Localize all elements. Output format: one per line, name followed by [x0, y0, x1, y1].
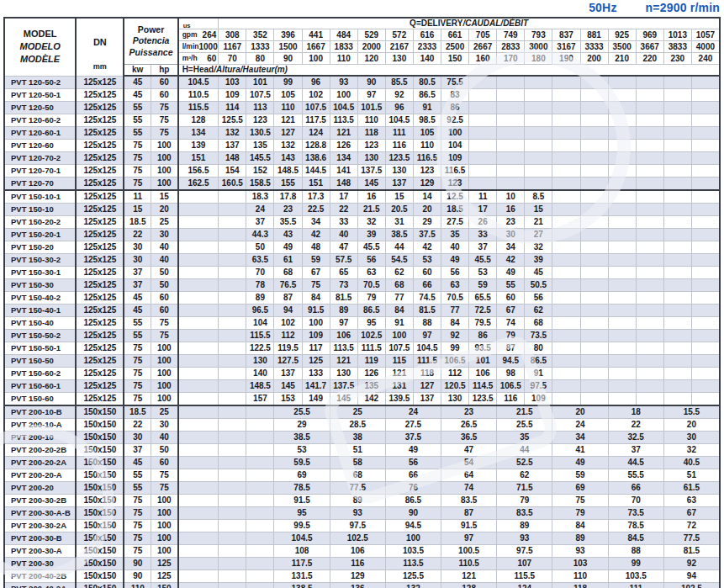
head-cell: 77	[385, 292, 413, 305]
head-cell: 24	[246, 204, 274, 216]
flow-value-header: 572	[385, 29, 413, 41]
dn-cell: 125x125	[76, 140, 124, 152]
head-title: H=Head/Altura/Hauteur(m)	[178, 65, 720, 77]
head-cell: 84	[385, 305, 413, 317]
head-cell-empty	[608, 177, 636, 191]
kw-cell: 90	[124, 558, 151, 570]
head-cell-empty	[246, 558, 274, 570]
table-row: PVT 200-20-2B150x15037505351494744413732	[4, 444, 720, 457]
table-row: PVT 200-30-2A150x1507510099.597.594.591.…	[4, 520, 720, 532]
head-cell-empty	[636, 190, 663, 204]
dn-cell: 125x125	[76, 292, 124, 305]
table-row: PVT 150-10125x1251520242322.52221.520.52…	[4, 204, 720, 216]
kw-cell: 30	[124, 241, 151, 254]
flow-value-header: 140	[413, 53, 441, 65]
head-cell-empty	[219, 355, 246, 368]
head-cell-empty	[580, 114, 608, 127]
head-cell: 26.5	[441, 419, 497, 432]
table-row: PVT 120-50125x1255575115.5114113110107.5…	[4, 102, 720, 114]
head-cell-empty	[552, 254, 580, 267]
head-cell-empty	[636, 330, 663, 342]
head-cell: 76.5	[274, 279, 302, 292]
head-cell: 42	[497, 254, 525, 267]
head-cell: 68	[330, 469, 385, 482]
head-cell: 107.5	[246, 89, 274, 102]
head-cell: 34	[552, 432, 608, 444]
kw-header: kw	[124, 65, 151, 77]
kw-cell: 37	[124, 267, 151, 279]
hp-cell: 25	[151, 216, 178, 229]
head-cell: 10	[497, 190, 525, 204]
head-cell: 78.5	[608, 520, 663, 532]
head-cell-empty	[552, 140, 580, 152]
head-cell-empty	[691, 165, 720, 177]
head-cell: 33	[469, 229, 497, 241]
head-cell-empty	[469, 152, 497, 165]
head-cell-empty	[246, 482, 274, 495]
flow-value-header: 1057	[691, 29, 720, 41]
head-cell: 102.5	[330, 532, 385, 545]
head-cell-empty	[497, 76, 525, 89]
head-cell: 77.5	[330, 482, 385, 495]
model-cell: PVT 150-60	[4, 393, 76, 406]
head-cell-empty	[663, 342, 691, 355]
head-cell-empty	[608, 114, 636, 127]
flow-value-header: 3167	[552, 41, 580, 53]
head-cell: 154	[219, 165, 246, 177]
head-cell: 88	[413, 317, 441, 330]
head-title-main: H=Head	[182, 65, 214, 74]
flow-value-header: 881	[580, 29, 608, 41]
head-cell: 155	[274, 177, 302, 191]
model-header-fr: MODÈLE	[5, 53, 75, 66]
head-cell-empty	[580, 254, 608, 267]
head-cell-empty	[178, 405, 219, 419]
head-cell-empty	[580, 267, 608, 279]
flow-value-header: 837	[552, 29, 580, 41]
head-cell: 97.5	[497, 545, 552, 558]
head-cell-empty	[691, 190, 720, 204]
model-cell: PVT 150-30	[4, 279, 76, 292]
head-cell-empty	[469, 177, 497, 191]
head-cell: 96	[302, 76, 330, 89]
model-cell: PVT 120-50-1	[4, 89, 76, 102]
head-cell: 65	[330, 267, 357, 279]
head-cell-empty	[246, 545, 274, 558]
head-cell: 94	[663, 570, 720, 583]
head-cell: 100	[385, 532, 441, 545]
head-cell: 156.5	[178, 165, 219, 177]
head-cell: 59	[302, 254, 330, 267]
head-cell-empty	[178, 330, 219, 342]
flow-value-header: 1013	[663, 29, 691, 41]
head-cell-empty	[663, 330, 691, 342]
head-cell-empty	[219, 317, 246, 330]
head-cell: 37	[469, 241, 497, 254]
head-cell: 103.5	[385, 545, 441, 558]
head-cell: 104	[441, 140, 469, 152]
head-cell-empty	[246, 520, 274, 532]
head-cell: 69	[274, 469, 330, 482]
flow-value-header: 120	[357, 53, 385, 65]
head-cell: 128.8	[302, 140, 330, 152]
head-cell-empty	[691, 380, 720, 393]
head-cell: 83.5	[441, 495, 497, 507]
head-cell-empty	[246, 583, 274, 588]
head-cell: 54.5	[385, 254, 413, 267]
hp-header: hp	[151, 65, 178, 77]
head-cell: 68	[385, 279, 413, 292]
dn-label: DN	[77, 22, 123, 63]
head-cell-empty	[219, 583, 246, 588]
head-cell: 116	[497, 393, 525, 406]
head-cell: 139.5	[385, 393, 413, 406]
head-cell: 27	[525, 229, 552, 241]
head-cell: 49	[441, 254, 469, 267]
head-cell-empty	[219, 241, 246, 254]
head-cell: 100	[302, 317, 330, 330]
kw-cell: 55	[124, 330, 151, 342]
head-cell: 104.5	[274, 532, 330, 545]
frequency-label: 50Hz	[589, 1, 616, 14]
head-cell: 121	[330, 355, 357, 368]
head-cell: 70.5	[441, 292, 469, 305]
head-cell-empty	[663, 76, 691, 89]
head-cell: 22	[330, 204, 357, 216]
head-cell: 100	[330, 89, 357, 102]
